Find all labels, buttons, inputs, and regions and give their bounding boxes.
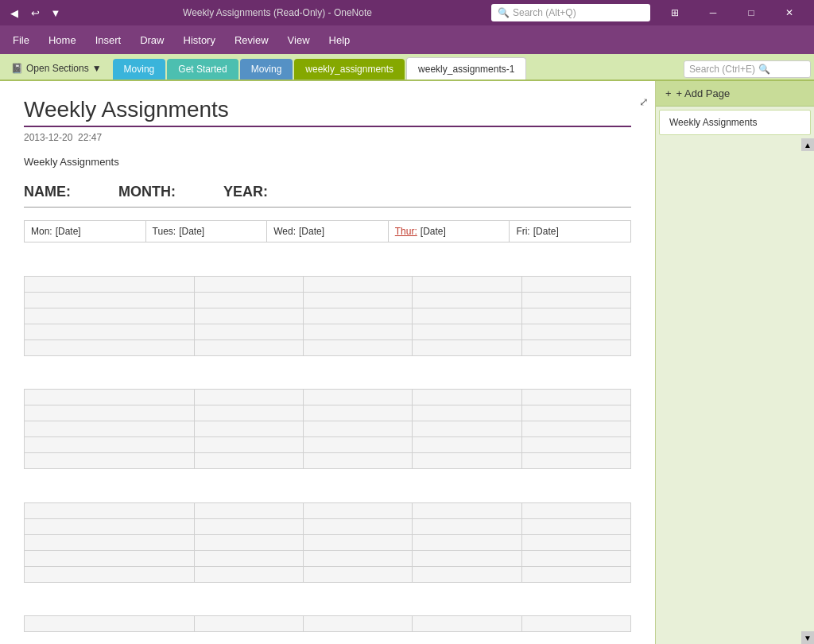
table-row [413, 453, 521, 469]
table-row [303, 566, 412, 582]
subject-2-col4 [413, 369, 521, 390]
table-row [25, 437, 195, 453]
table-row [521, 292, 630, 308]
table-row [194, 276, 303, 292]
table-row [521, 421, 630, 437]
table-row [521, 616, 630, 632]
add-page-button[interactable]: + + Add Page [656, 81, 814, 107]
title-bar: ◀ ↩ ▼ Weekly Assignments (Read-Only) - O… [0, 0, 814, 25]
table-row [303, 405, 412, 421]
back-button[interactable]: ◀ [6, 5, 22, 21]
table-row [194, 308, 303, 324]
close-button[interactable]: ✕ [771, 0, 808, 25]
table-row [521, 566, 630, 582]
table-row [303, 339, 412, 355]
maximize-button[interactable]: □ [733, 0, 769, 25]
table-row [413, 550, 521, 566]
table-row [413, 437, 521, 453]
menu-insert[interactable]: Insert [86, 29, 131, 51]
title-search-placeholder: Search (Alt+Q) [513, 7, 576, 18]
table-row [194, 324, 303, 339]
tab-moving-1[interactable]: Moving [113, 59, 166, 80]
month-label: MONTH: [118, 184, 176, 200]
table-row [303, 550, 412, 566]
table-row [413, 324, 521, 339]
table-row [25, 502, 195, 518]
scroll-down-button[interactable]: ▼ [801, 631, 814, 644]
table-row [194, 534, 303, 550]
menu-home[interactable]: Home [39, 29, 86, 51]
scroll-up-button[interactable]: ▲ [801, 138, 814, 151]
search-icon: 🔍 [498, 7, 510, 18]
menu-help[interactable]: Help [320, 29, 360, 51]
day-mon: Mon:[Date] [25, 221, 146, 242]
menu-view[interactable]: View [278, 29, 320, 51]
open-sections-label: Open Sections [26, 63, 89, 74]
table-row [303, 534, 412, 550]
table-row [194, 390, 303, 405]
assignment-table-3: [Class Subject] [24, 482, 631, 583]
table-row [25, 550, 195, 566]
page-list-item[interactable]: Weekly Assignments [659, 110, 811, 135]
assignment-table-1: [Class Subject] [24, 255, 631, 356]
open-sections-button[interactable]: 📓 Open Sections ▼ [3, 57, 110, 80]
expand-button[interactable]: ⤢ [639, 95, 649, 108]
table-row [521, 550, 630, 566]
right-panel: + + Add Page Weekly Assignments ▲ ▼ [655, 81, 814, 644]
menu-history[interactable]: History [174, 29, 225, 51]
table-row [303, 616, 412, 632]
dropdown-icon: ▼ [92, 63, 102, 74]
table-row [25, 518, 195, 534]
tab-get-started[interactable]: Get Started [167, 59, 238, 80]
table-row [521, 390, 630, 405]
menu-file[interactable]: File [3, 29, 39, 51]
plus-icon: + [665, 87, 672, 99]
table-row [413, 534, 521, 550]
tab-moving-2[interactable]: Moving [240, 59, 293, 80]
table-row [303, 292, 412, 308]
subject-4-col2 [194, 596, 303, 616]
table-row [303, 453, 412, 469]
search-icon-small: 🔍 [758, 64, 770, 75]
menu-draw[interactable]: Draw [130, 29, 173, 51]
subject-4: [Class Subject] [25, 596, 195, 616]
notebook-view-button[interactable]: ⊞ [657, 0, 693, 25]
fields-line [24, 207, 631, 208]
tab-weekly-assignments-1[interactable]: weekly_assignments-1 [406, 57, 526, 80]
section-search-placeholder: Search (Ctrl+E) [689, 64, 755, 75]
table-row [25, 308, 195, 324]
page-title: Weekly Assignments [24, 97, 631, 127]
subject-2-col3 [303, 369, 412, 390]
table-row [303, 421, 412, 437]
table-row [521, 534, 630, 550]
day-tues: Tues:[Date] [145, 221, 267, 242]
table-row [194, 292, 303, 308]
scrollbar-area: ▲ ▼ [656, 138, 814, 644]
day-thur: Thur:[Date] [388, 221, 510, 242]
table-row [413, 308, 521, 324]
table-row [521, 308, 630, 324]
section-search[interactable]: Search (Ctrl+E) 🔍 [684, 60, 811, 78]
assignment-table-4: [Class Subject] [24, 596, 631, 633]
days-table: Mon:[Date] Tues:[Date] Wed:[Date] Thur:[… [24, 220, 631, 242]
window-controls-left: ◀ ↩ ▼ [6, 5, 64, 21]
title-search[interactable]: 🔍 Search (Alt+Q) [491, 4, 650, 21]
day-fri: Fri:[Date] [510, 221, 631, 242]
table-row [25, 292, 195, 308]
subject-1-col2 [194, 255, 303, 276]
table-row [25, 616, 195, 632]
table-row [303, 502, 412, 518]
more-button[interactable]: ▼ [48, 5, 64, 21]
fields-row: NAME: MONTH: YEAR: [24, 184, 631, 200]
assignment-table-2: [Class Subject] [24, 369, 631, 470]
minimize-button[interactable]: ─ [695, 0, 731, 25]
table-row [413, 292, 521, 308]
subject-3-col5 [521, 482, 630, 502]
subject-4-col4 [413, 596, 521, 616]
table-row [413, 276, 521, 292]
table-row [303, 324, 412, 339]
tab-weekly-assignments[interactable]: weekly_assignments [294, 59, 405, 80]
undo-button[interactable]: ↩ [27, 5, 43, 21]
menu-review[interactable]: Review [225, 29, 278, 51]
table-row [25, 453, 195, 469]
